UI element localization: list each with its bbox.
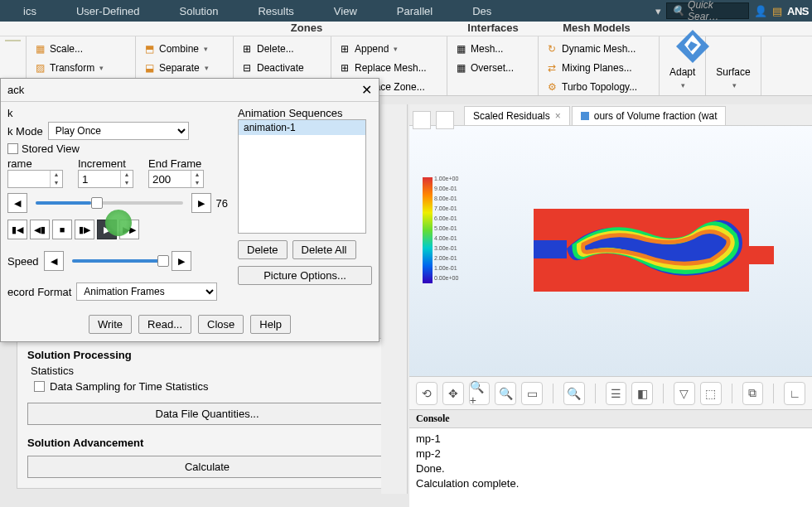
play-mode-label: k Mode xyxy=(7,125,43,138)
prev-frame-button[interactable]: ◀▮ xyxy=(30,220,50,239)
transform-icon: ▨ xyxy=(33,61,46,75)
delete-all-button[interactable]: Delete All xyxy=(292,240,356,259)
ansys-logo: ANS xyxy=(787,5,809,17)
data-file-quantities-button[interactable]: Data File Quantities... xyxy=(27,403,387,425)
checkbox-icon xyxy=(34,381,45,392)
data-sampling-checkbox[interactable]: Data Sampling for Time Statistics xyxy=(34,380,387,393)
highlight-cursor xyxy=(105,210,132,236)
panel-splitter[interactable] xyxy=(381,104,408,494)
dynamic-mesh-button[interactable]: ↻Dynamic Mesh... xyxy=(544,40,654,58)
contour-plot xyxy=(534,200,774,300)
transform-button[interactable]: ▨Transform▾ xyxy=(31,59,130,77)
record-format-select[interactable]: Animation Frames xyxy=(76,282,217,301)
quick-search-input[interactable]: 🔍 Quick Sear… xyxy=(666,2,749,19)
console-title: Console xyxy=(409,410,812,428)
mixing-planes-button[interactable]: ⇄Mixing Planes... xyxy=(544,59,654,77)
fit-icon[interactable]: 🔍 xyxy=(563,382,585,405)
layout-icon[interactable]: ▤ xyxy=(772,5,782,17)
scale-icon: ▦ xyxy=(33,42,46,56)
replace-mesh-button[interactable]: ⊞Replace Mesh... xyxy=(336,59,442,77)
svg-rect-5 xyxy=(534,240,567,258)
console-output[interactable]: mp-1 mp-2 Done. Calculation complete. xyxy=(409,428,812,495)
deactivate-button[interactable]: ⊟Deactivate xyxy=(239,59,326,77)
graphics-canvas[interactable]: 1.00e+00 9.00e-01 8.00e-01 7.00e-01 6.00… xyxy=(409,126,812,376)
mesh-interfaces-button[interactable]: ▦Mesh... xyxy=(452,40,533,58)
filter-icon[interactable]: ▽ xyxy=(674,382,695,405)
frame-back-button[interactable]: ◀ xyxy=(7,193,27,213)
layers-icon[interactable]: ◧ xyxy=(631,382,653,405)
play-mode-select[interactable]: Play Once xyxy=(48,122,189,140)
combine-icon: ⬒ xyxy=(143,42,156,56)
menu-item[interactable]: Results xyxy=(238,5,313,17)
color-legend-bar xyxy=(423,177,433,283)
stored-view-label: Stored View xyxy=(22,142,80,155)
scale-button[interactable]: ▦Scale... xyxy=(31,40,130,58)
zoom-in-icon[interactable]: 🔍+ xyxy=(469,382,491,405)
animation-list-item[interactable]: animation-1 xyxy=(239,120,365,135)
increment-spinner[interactable]: ▲▼ xyxy=(78,170,133,188)
record-format-label: ecord Format xyxy=(7,286,71,298)
graphics-toolbar: ⟲ ✥ 🔍+ 🔍 ▭ 🔍 ☰ ◧ ▽ ⬚ ⧉ ∟ xyxy=(409,376,812,409)
end-frame-spinner[interactable]: ▲▼ xyxy=(148,170,204,188)
menu-item[interactable]: User-Defined xyxy=(56,5,160,17)
frame-slider[interactable] xyxy=(36,201,183,205)
tab-volume-fraction[interactable]: ours of Volume fraction (wat xyxy=(572,106,727,125)
dynamic-mesh-icon: ↻ xyxy=(545,42,558,56)
reset-view-icon[interactable]: ⟲ xyxy=(416,382,437,405)
use-stored-view-checkbox[interactable]: Stored View xyxy=(7,142,80,155)
increment-label: Increment xyxy=(78,157,133,170)
help-button[interactable]: Help xyxy=(250,315,291,334)
pan-icon[interactable]: ✥ xyxy=(442,382,464,405)
zones-group-title: Zones xyxy=(232,22,381,35)
playback-dialog: ack ✕ k k Mode Play Once Stored View xyxy=(0,78,379,342)
speed-up-button[interactable]: ▶ xyxy=(172,251,191,271)
speed-down-button[interactable]: ◀ xyxy=(44,251,64,271)
read-button[interactable]: Read... xyxy=(138,315,191,334)
frame-spinner[interactable]: ▲▼ xyxy=(7,170,63,188)
close-icon[interactable]: ✕ xyxy=(361,82,372,98)
zoom-out-icon[interactable]: 🔍 xyxy=(495,382,516,405)
dropdown-arrow-icon[interactable]: ▾ xyxy=(655,5,661,17)
menu-item[interactable]: ics xyxy=(3,5,56,17)
close-button[interactable]: Close xyxy=(198,315,244,334)
separate-button[interactable]: ⬓Separate▾ xyxy=(141,59,228,77)
write-button[interactable]: Write xyxy=(89,315,132,334)
menu-item[interactable]: Parallel xyxy=(377,5,452,17)
delete-button[interactable]: ⊞Delete... xyxy=(239,40,326,58)
overset-icon: ▦ xyxy=(454,61,467,75)
speed-slider[interactable] xyxy=(72,259,163,263)
arrange-icon[interactable]: ☰ xyxy=(606,382,627,405)
menu-item[interactable]: Des xyxy=(452,5,511,17)
surface-button[interactable]: Surface▾ xyxy=(706,36,761,95)
skip-start-button[interactable]: ▮◀ xyxy=(7,220,27,239)
frame-label: rame xyxy=(7,157,63,170)
combine-button[interactable]: ⬒Combine▾ xyxy=(141,40,228,58)
copy-window-icon[interactable] xyxy=(436,111,454,129)
tab-scaled-residuals[interactable]: Scaled Residuals× xyxy=(464,106,570,125)
axis-icon[interactable]: ∟ xyxy=(784,382,805,405)
next-frame-button[interactable]: ▮▶ xyxy=(75,220,94,239)
turbo-topology-button[interactable]: ⚙Turbo Topology... xyxy=(544,78,654,96)
menu-item[interactable]: Solution xyxy=(159,5,238,17)
calculate-button[interactable]: Calculate xyxy=(27,456,387,478)
graphics-area: Scaled Residuals× ours of Volume fractio… xyxy=(409,104,812,507)
animation-sequence-list[interactable]: animation-1 xyxy=(238,119,366,234)
append-button[interactable]: ⊞Append▾ xyxy=(336,40,442,58)
mesh-icon: ▦ xyxy=(454,42,467,56)
solution-processing-title: Solution Processing xyxy=(27,349,387,361)
menu-item[interactable]: View xyxy=(314,5,377,17)
copy-icon[interactable]: ⧉ xyxy=(742,382,764,405)
picture-options-button[interactable]: Picture Options... xyxy=(238,266,372,285)
new-window-icon[interactable] xyxy=(413,111,431,129)
zoom-box-icon[interactable]: ▭ xyxy=(521,382,543,405)
frame-forward-button[interactable]: ▶ xyxy=(191,193,211,213)
stop-button[interactable]: ■ xyxy=(52,220,72,239)
tab-close-icon[interactable]: × xyxy=(555,110,561,122)
delete-button[interactable]: Delete xyxy=(238,240,288,259)
info-icon[interactable] xyxy=(5,40,21,41)
user-icon[interactable]: 👤 xyxy=(754,5,767,17)
cube-icon[interactable]: ⬚ xyxy=(700,382,722,405)
console-panel: Console mp-1 mp-2 Done. Calculation comp… xyxy=(409,409,812,507)
tab-color-icon xyxy=(581,112,589,120)
overset-button[interactable]: ▦Overset... xyxy=(452,59,533,77)
